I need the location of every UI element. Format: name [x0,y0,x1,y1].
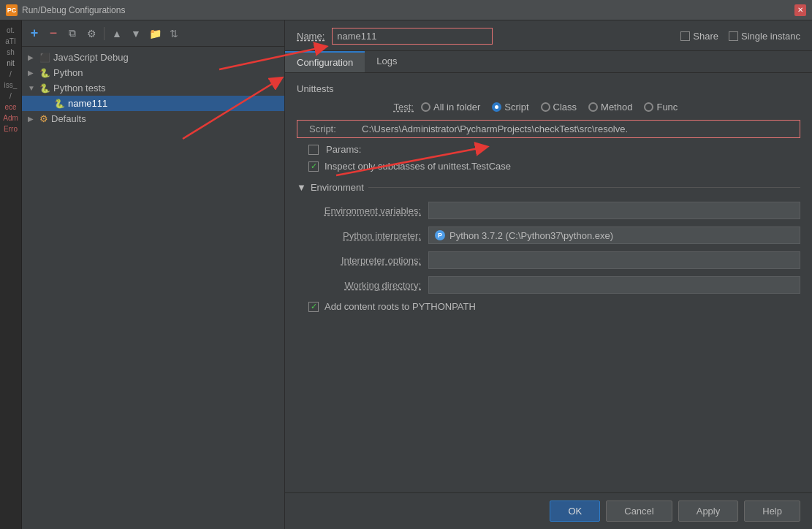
tree-arrow: ▶ [28,69,37,77]
radio-class[interactable]: Class [541,102,577,113]
config-tree: ▶ ⬛ JavaScript Debug ▶ 🐍 Python ▼ 🐍 Pyth… [22,47,284,529]
working-dir-input[interactable] [428,276,800,294]
tree-label-python-tests: Python tests [53,83,106,94]
divider-line [368,187,800,188]
tree-arrow: ▶ [28,53,37,61]
close-button[interactable]: ✕ [794,4,806,16]
tree-item-defaults[interactable]: ▶ ⚙ Defaults [22,111,284,126]
edit-button[interactable]: ⚙ [83,26,99,42]
environment-divider[interactable]: ▼ Environment [297,182,800,193]
far-left-sidebar: ot. aTI sh nit / iss_ / ece Adm Erro [0,20,22,529]
interpreter-options-input[interactable] [428,251,800,269]
script-value: C:\Users\Administrator\PycharmProjects\c… [356,123,800,134]
radio-circle-class [541,102,550,112]
inspect-checkbox[interactable]: ✓ [308,161,319,172]
env-vars-input[interactable] [428,202,800,219]
main-layout: ot. aTI sh nit / iss_ / ece Adm Erro + −… [0,20,812,529]
tree-arrow: ▼ [28,84,37,92]
radio-circle-method [588,102,598,112]
python-icon: 🐍 [39,68,50,78]
test-label: Test: [297,102,414,113]
move-down-button[interactable]: ▼ [128,26,144,42]
add-content-label: Add content roots to PYTHONPATH [325,301,476,312]
title-bar: PC Run/Debug Configurations ✕ [0,0,812,20]
config-tabs: Configuration Logs [285,51,812,73]
tree-label-name111: name111 [68,98,107,109]
config-content: Unittests Test: All in folder Script [285,73,812,492]
move-up-button[interactable]: ▲ [109,26,125,42]
radio-func[interactable]: Func [644,102,678,113]
name111-icon: 🐍 [54,99,65,109]
env-vars-row: Environment variables: [297,202,800,219]
radio-label-script: Script [504,102,528,113]
working-dir-row: Working directory: [297,276,800,294]
tab-configuration[interactable]: Configuration [285,51,365,72]
share-checkbox[interactable] [680,31,690,41]
cancel-button[interactable]: Cancel [606,501,672,522]
single-instance-option[interactable]: Single instanc [729,31,800,42]
share-options: Share Single instanc [680,31,800,42]
interpreter-options-label: Interpreter options: [297,255,421,266]
config-toolbar: + − ⧉ ⚙ ▲ ▼ 📁 ⇅ [22,20,284,47]
environment-arrow: ▼ [297,182,306,193]
tree-arrow: ▶ [28,115,37,123]
add-content-row: ✓ Add content roots to PYTHONPATH [297,301,800,312]
name-input[interactable] [332,28,493,45]
ok-button[interactable]: OK [550,501,600,522]
radio-all-in-folder[interactable]: All in folder [421,102,480,113]
single-instance-checkbox[interactable] [729,31,738,41]
single-instance-label: Single instanc [741,31,800,42]
sort-button[interactable]: ⇅ [166,26,182,42]
tab-logs[interactable]: Logs [365,51,409,72]
inspect-row: ✓ Inspect only subclasses of unittest.Te… [297,161,800,172]
share-label: Share [693,31,718,42]
title-text: Run/Debug Configurations [22,5,794,15]
tree-label-defaults: Defaults [51,113,86,124]
radio-method[interactable]: Method [588,102,632,113]
radio-circle-func [644,102,653,112]
environment-title: Environment [311,182,364,193]
tree-item-name111[interactable]: 🐍 name111 [22,96,284,111]
interpreter-text: Python 3.7.2 (C:\Python37\python.exe) [449,230,613,241]
folder-button[interactable]: 📁 [147,26,163,42]
share-option[interactable]: Share [680,31,718,42]
copy-button[interactable]: ⧉ [64,26,80,42]
apply-button[interactable]: Apply [678,501,739,522]
bottom-bar: OK Cancel Apply Help [285,492,812,529]
python-tests-icon: 🐍 [39,83,50,94]
tree-item-js-debug[interactable]: ▶ ⬛ JavaScript Debug [22,50,284,65]
params-checkbox[interactable] [308,145,319,155]
radio-script[interactable]: Script [492,102,528,113]
unittests-section-title: Unittests [297,83,800,94]
script-row: Script: C:\Users\Administrator\PycharmPr… [297,120,800,138]
params-label: Params: [326,144,361,155]
left-panel: + − ⧉ ⚙ ▲ ▼ 📁 ⇅ ▶ ⬛ JavaScript Debug ▶ 🐍… [22,20,285,529]
interpreter-options-row: Interpreter options: [297,251,800,269]
right-panel: Name: Share Single instanc Configuration… [285,20,812,529]
interpreter-label: Python interpreter: [297,230,421,241]
interpreter-value-field[interactable]: P Python 3.7.2 (C:\Python37\python.exe) [428,227,800,244]
toolbar-separator [104,27,105,40]
radio-label-class: Class [553,102,577,113]
python-interpreter-icon: P [435,230,445,240]
add-content-checkbox[interactable]: ✓ [308,302,319,312]
name-row: Name: Share Single instanc [285,20,812,51]
tree-item-python-tests[interactable]: ▼ 🐍 Python tests [22,80,284,96]
name-label: Name: [297,31,325,42]
interpreter-row: Python interpreter: P Python 3.7.2 (C:\P… [297,227,800,244]
radio-label-func: Func [656,102,678,113]
inspect-label: Inspect only subclasses of unittest.Test… [325,161,511,172]
tree-label-python: Python [53,67,83,78]
env-vars-label: Environment variables: [297,205,421,216]
remove-button[interactable]: − [45,26,61,42]
params-row: Params: [297,144,800,155]
radio-label-all-in-folder: All in folder [433,102,480,113]
working-dir-label: Working directory: [297,280,421,291]
add-button[interactable]: + [26,26,42,42]
defaults-icon: ⚙ [39,113,48,124]
radio-label-method: Method [601,102,632,113]
help-button[interactable]: Help [744,501,800,522]
app-icon: PC [6,4,18,16]
radio-circle-script [492,102,501,112]
tree-item-python[interactable]: ▶ 🐍 Python [22,65,284,80]
